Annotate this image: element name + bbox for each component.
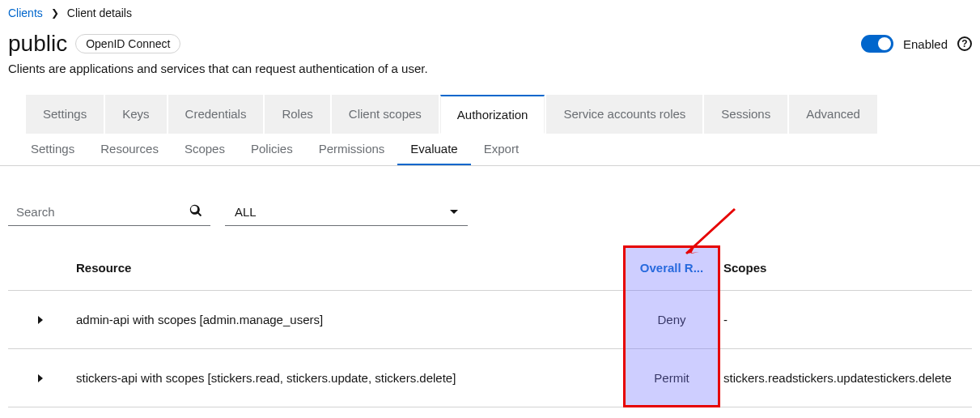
col-resource: Resource <box>73 261 623 275</box>
search-icon <box>189 204 202 217</box>
tab-client-scopes[interactable]: Client scopes <box>332 95 439 134</box>
breadcrumb-current: Client details <box>67 6 132 19</box>
subtab-evaluate[interactable]: Evaluate <box>397 134 470 165</box>
tabs-secondary: Settings Resources Scopes Policies Permi… <box>0 134 980 166</box>
results-table: Resource Overall R... Scopes admin-api w… <box>8 245 972 407</box>
subtab-policies[interactable]: Policies <box>238 134 306 165</box>
table-row: admin-api with scopes [admin.manage_user… <box>8 291 972 349</box>
subtab-permissions[interactable]: Permissions <box>306 134 398 165</box>
search-button[interactable] <box>181 204 210 220</box>
cell-overall-result: Deny <box>623 313 720 326</box>
tabs-primary: Settings Keys Credentials Roles Client s… <box>8 95 972 134</box>
filter-value: ALL <box>235 205 257 219</box>
subtab-export[interactable]: Export <box>471 134 532 165</box>
chevron-down-icon <box>450 210 458 214</box>
table-row: stickers-api with scopes [stickers.read,… <box>8 349 972 407</box>
tab-authorization[interactable]: Authorization <box>440 95 545 134</box>
tab-roles[interactable]: Roles <box>265 95 329 134</box>
enabled-toggle[interactable] <box>861 35 893 53</box>
subtab-scopes[interactable]: Scopes <box>172 134 238 165</box>
expand-row-icon[interactable] <box>38 374 43 382</box>
page-header: public OpenID Connect Enabled ? <box>8 31 972 57</box>
page-title: public <box>8 31 67 57</box>
col-overall-result[interactable]: Overall R... <box>623 261 720 275</box>
cell-scopes: stickers.readstickers.updatestickers.del… <box>720 371 972 385</box>
enabled-label: Enabled <box>903 37 948 51</box>
expand-row-icon[interactable] <box>38 316 43 324</box>
page-subtitle: Clients are applications and services th… <box>8 62 972 75</box>
protocol-badge: OpenID Connect <box>75 34 180 53</box>
col-scopes: Scopes <box>720 261 972 275</box>
cell-resource: stickers-api with scopes [stickers.read,… <box>73 371 623 385</box>
cell-scopes: - <box>720 313 972 326</box>
search-field <box>8 198 210 226</box>
cell-overall-result: Permit <box>623 371 720 385</box>
breadcrumb-link-clients[interactable]: Clients <box>8 6 43 19</box>
cell-resource: admin-api with scopes [admin.manage_user… <box>73 313 623 326</box>
tab-sessions[interactable]: Sessions <box>704 95 787 134</box>
toolbar: ALL <box>8 198 972 226</box>
subtab-settings[interactable]: Settings <box>18 134 87 165</box>
subtab-resources[interactable]: Resources <box>87 134 172 165</box>
help-icon[interactable]: ? <box>957 36 972 51</box>
table-header-row: Resource Overall R... Scopes <box>8 245 972 291</box>
search-input[interactable] <box>8 198 181 225</box>
breadcrumb: Clients ❯ Client details <box>8 6 972 19</box>
tab-keys[interactable]: Keys <box>105 95 166 134</box>
tab-credentials[interactable]: Credentials <box>168 95 264 134</box>
filter-select[interactable]: ALL <box>225 198 468 226</box>
tab-service-accounts-roles[interactable]: Service accounts roles <box>546 95 702 134</box>
chevron-right-icon: ❯ <box>51 7 59 19</box>
tab-advanced[interactable]: Advanced <box>789 95 877 134</box>
tab-settings[interactable]: Settings <box>26 95 104 134</box>
